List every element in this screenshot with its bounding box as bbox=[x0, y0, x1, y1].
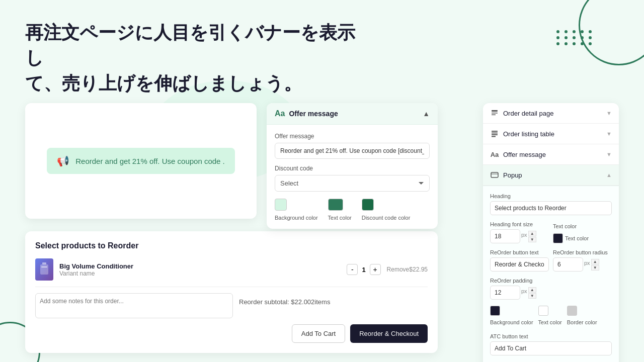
subtotal-text: Reorder subtotal: $22.002items bbox=[239, 293, 428, 306]
btn-bg-swatch[interactable] bbox=[490, 306, 500, 316]
order-listing-icon bbox=[490, 129, 499, 138]
panel-chevron-icon[interactable]: ▲ bbox=[423, 110, 430, 118]
radius-stepper[interactable]: ▲ ▼ bbox=[591, 259, 599, 270]
reorder-padding-input[interactable] bbox=[490, 286, 520, 300]
dot-grid-decoration bbox=[556, 30, 594, 45]
discount-color-label: Discount code color bbox=[362, 215, 411, 221]
reorder-padding-row: ReOrder padding px ▲ ▼ bbox=[490, 278, 612, 300]
reorder-checkout-button[interactable]: Reorder & Checkout bbox=[350, 324, 428, 343]
text-color-swatch[interactable] bbox=[328, 199, 343, 211]
padding-unit: px bbox=[521, 288, 527, 298]
bg-color-group: Background color bbox=[275, 199, 318, 221]
reorder-btn-radius-label: ReOrder button radius bbox=[553, 249, 612, 255]
reorder-padding-label: ReOrder padding bbox=[490, 278, 612, 284]
panel-body: Offer message Discount code Select Backg… bbox=[267, 125, 438, 229]
nav-offer-message-label: Offer message bbox=[503, 151, 546, 158]
panel-header-left: Aa Offer message bbox=[275, 109, 338, 118]
bg-color-swatch[interactable] bbox=[275, 199, 287, 211]
text-color-label-2: Text color bbox=[553, 223, 612, 229]
offer-banner: 📢 Reorder and get 21% off. Use coupon co… bbox=[47, 148, 235, 174]
nav-popup[interactable]: Popup ▲ bbox=[483, 165, 619, 186]
offer-banner-text: Reorder and get 21% off. Use coupon code… bbox=[75, 157, 225, 165]
reorder-btn-text-group: ReOrder button text bbox=[490, 249, 549, 272]
discount-color-swatch[interactable] bbox=[362, 199, 374, 211]
heading-row: Heading bbox=[490, 193, 612, 215]
atc-btn-text-input[interactable] bbox=[490, 341, 612, 355]
font-size-label: Heading font size bbox=[490, 221, 549, 227]
popup-nav-icon bbox=[490, 170, 499, 179]
nav-order-detail-left: Order detail page bbox=[490, 109, 553, 118]
reorder-btn-radius-group: ReOrder button radius px ▲ ▼ bbox=[553, 249, 612, 272]
remove-label[interactable]: Remove bbox=[387, 266, 410, 273]
product-variant: Variant name bbox=[59, 270, 341, 277]
heading-input[interactable] bbox=[490, 201, 612, 215]
qty-value: 1 bbox=[362, 266, 365, 274]
panel-header: Aa Offer message ▲ bbox=[267, 103, 438, 125]
btn-bg-color-group: Background color bbox=[490, 306, 533, 327]
svg-rect-0 bbox=[492, 110, 498, 112]
nav-order-listing-chevron: ▼ bbox=[606, 131, 612, 137]
offer-message-input[interactable] bbox=[275, 143, 430, 159]
popup-settings-expanded: Heading Heading font size px ▲ ▼ Text co… bbox=[483, 186, 619, 362]
subtotal-section: Reorder subtotal: $22.002items bbox=[239, 293, 428, 306]
btn-text-swatch[interactable] bbox=[538, 306, 548, 316]
megaphone-icon: 📢 bbox=[57, 155, 69, 167]
reorder-btn-row: ReOrder button text ReOrder button radiu… bbox=[490, 249, 612, 272]
radius-up[interactable]: ▲ bbox=[591, 259, 599, 264]
font-size-row: Heading font size px ▲ ▼ Text color Text… bbox=[490, 221, 612, 243]
discount-code-select[interactable]: Select bbox=[275, 175, 430, 192]
text-format-icon: Aa bbox=[275, 109, 285, 118]
nav-order-listing[interactable]: Order listing table ▼ bbox=[483, 124, 619, 144]
offer-message-panel: Aa Offer message ▲ Offer message Discoun… bbox=[267, 103, 438, 229]
padding-up[interactable]: ▲ bbox=[528, 287, 536, 293]
text-color-swatch-2[interactable] bbox=[553, 233, 563, 243]
popup-preview-title: Select products to Reorder bbox=[35, 241, 428, 250]
nav-offer-message[interactable]: Aa Offer message ▼ bbox=[483, 144, 619, 165]
product-image bbox=[35, 258, 53, 281]
popup-product-row: Big Volume Conditioner Variant name - 1 … bbox=[35, 258, 428, 287]
qty-decrease-btn[interactable]: - bbox=[347, 264, 358, 275]
qty-controls[interactable]: - 1 + bbox=[347, 264, 380, 275]
btn-border-color-label: Border color bbox=[567, 319, 597, 325]
svg-rect-6 bbox=[492, 136, 496, 137]
reorder-btn-text-input[interactable] bbox=[490, 257, 549, 272]
product-info: Big Volume Conditioner Variant name bbox=[59, 262, 341, 277]
color-settings-row: Background color Text color Border color bbox=[490, 306, 612, 327]
atc-btn-text-label: ATC button text bbox=[490, 333, 612, 339]
font-size-input[interactable] bbox=[490, 229, 520, 243]
padding-down[interactable]: ▼ bbox=[528, 293, 536, 299]
btn-bg-color-label: Background color bbox=[490, 319, 533, 325]
radius-down[interactable]: ▼ bbox=[591, 265, 599, 270]
svg-rect-1 bbox=[492, 113, 498, 114]
svg-rect-7 bbox=[491, 172, 498, 177]
reorder-btn-radius-input[interactable] bbox=[553, 257, 583, 272]
right-panel: Order detail page ▼ Order listing table … bbox=[483, 103, 619, 362]
add-to-cart-button[interactable]: Add To Cart bbox=[292, 324, 345, 343]
font-size-stepper[interactable]: ▲ ▼ bbox=[528, 231, 536, 242]
remove-price: Remove$22.95 bbox=[387, 266, 428, 273]
popup-bottom-row: Reorder subtotal: $22.002items bbox=[35, 293, 428, 318]
svg-rect-5 bbox=[492, 134, 498, 135]
main-heading: 再注文ページに人目を引くバナーを表示し て、売り上げを伸ばしましょう。 bbox=[25, 20, 367, 96]
discount-code-label: Discount code bbox=[275, 165, 430, 172]
nav-order-detail[interactable]: Order detail page ▼ bbox=[483, 103, 619, 124]
offer-banner-preview: 📢 Reorder and get 21% off. Use coupon co… bbox=[25, 103, 257, 219]
notes-input[interactable] bbox=[35, 293, 233, 318]
color-row: Background color Text color Discount cod… bbox=[275, 199, 430, 221]
nav-order-listing-left: Order listing table bbox=[490, 129, 554, 138]
font-size-up[interactable]: ▲ bbox=[528, 231, 536, 236]
font-size-down[interactable]: ▼ bbox=[528, 237, 536, 242]
btn-border-swatch[interactable] bbox=[567, 306, 577, 316]
btn-border-color-group: Border color bbox=[567, 306, 597, 327]
padding-stepper[interactable]: ▲ ▼ bbox=[528, 287, 536, 299]
svg-rect-11 bbox=[41, 266, 47, 267]
svg-rect-9 bbox=[42, 262, 46, 264]
svg-rect-4 bbox=[492, 133, 498, 134]
radius-unit: px bbox=[584, 260, 590, 269]
font-size-unit: px bbox=[521, 232, 527, 241]
qty-increase-btn[interactable]: + bbox=[370, 264, 381, 275]
nav-order-detail-chevron: ▼ bbox=[606, 110, 612, 116]
product-name: Big Volume Conditioner bbox=[59, 262, 341, 270]
svg-rect-10 bbox=[40, 264, 48, 275]
atc-btn-text-row: ATC button text bbox=[490, 333, 612, 355]
